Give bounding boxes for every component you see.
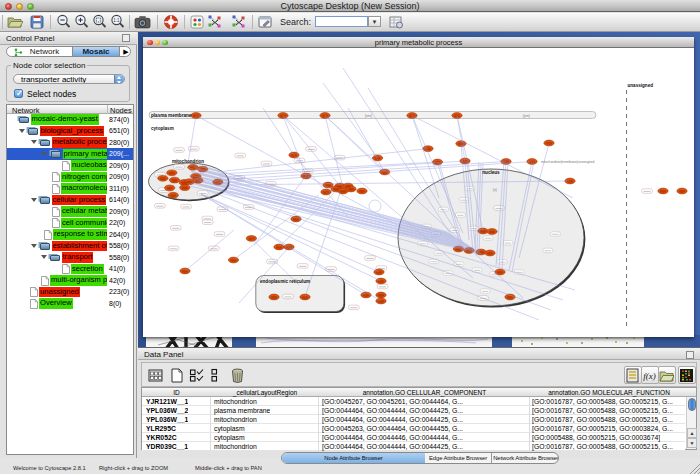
svg-text:mitochondrion|membrane|unassig: mitochondrion|membrane|unassigned (541, 160, 594, 164)
svg-text:1:1: 1:1 (113, 18, 120, 23)
svg-text:unassigned: unassigned (628, 83, 654, 88)
svg-text:cytoplasm: cytoplasm (151, 126, 174, 131)
svg-text:f(x): f(x) (643, 370, 656, 380)
svg-text:nucleus: nucleus (482, 170, 500, 175)
svg-text:[pm]: [pm] (523, 114, 530, 118)
svg-text:[n]: [n] (493, 188, 497, 192)
svg-text:plasma membrane: plasma membrane (151, 113, 192, 118)
svg-text:mitochondrion: mitochondrion (172, 159, 204, 164)
svg-text:endoplasmic reticulum: endoplasmic reticulum (260, 279, 310, 284)
svg-text:[om]: [om] (365, 114, 372, 118)
